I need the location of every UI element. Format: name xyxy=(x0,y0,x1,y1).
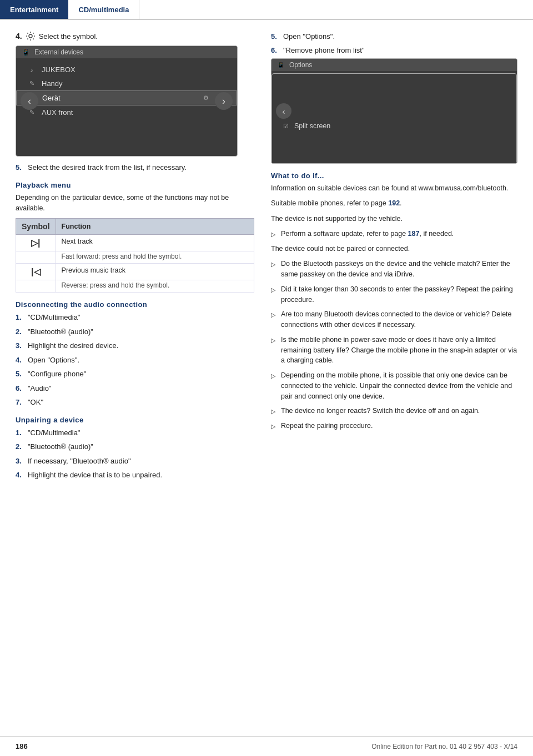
bullet-arrow-4: ▷ xyxy=(271,310,276,330)
bullet-arrow-8: ▷ xyxy=(271,422,276,431)
header: Entertainment CD/multimedia xyxy=(0,0,533,20)
bullet8-text: Repeat the pairing procedure. xyxy=(281,421,373,431)
unpair-step-1: 1. "CD/Multimedia" xyxy=(16,427,254,439)
screen2-nav-left[interactable]: ‹ xyxy=(276,103,291,119)
screen1-gerat-label: Gerät xyxy=(42,94,61,102)
unpair-step-2: 2. "Bluetooth® (audio)" xyxy=(16,441,254,452)
bullet-arrow-7: ▷ xyxy=(271,407,276,416)
bullet7-text: The device no longer reacts? Switch the … xyxy=(281,406,480,416)
tab-cd-multimedia[interactable]: CD/multimedia xyxy=(68,0,139,19)
main-content: 4. Select the symbol. 📱 External devices… xyxy=(0,20,533,495)
bullet1-link[interactable]: 187 xyxy=(408,230,420,238)
step4-number: 4. xyxy=(16,32,22,41)
prev-track-func2: Reverse: press and hold the symbol. xyxy=(56,280,254,293)
disconnect-step7-text: "OK" xyxy=(28,397,254,408)
nav-right-btn[interactable]: › xyxy=(215,92,233,110)
unpair-steps: 1. "CD/Multimedia" 2. "Bluetooth® (audio… xyxy=(16,427,254,481)
what-to-do-heading: What to do if... xyxy=(271,172,517,180)
step5-left-text: Select the desired track from the list, … xyxy=(28,162,254,173)
next-track-func1: Next track xyxy=(56,235,254,251)
disconnect-step5-text: "Configure phone" xyxy=(28,369,254,380)
table-header-function: Function xyxy=(56,219,254,235)
table-row-prev: |◁ Previous music track xyxy=(16,264,254,280)
disconnect-step6-text: "Audio" xyxy=(28,383,254,394)
screen1-titlebar: 📱 External devices xyxy=(16,46,237,58)
step4-line: 4. Select the symbol. xyxy=(16,31,254,41)
disconnect-step-1: 1. "CD/Multimedia" xyxy=(16,312,254,323)
screen2-split-label: Split screen xyxy=(294,122,330,130)
disconnect-step1-text: "CD/Multimedia" xyxy=(28,312,254,323)
disconnect-steps: 1. "CD/Multimedia" 2. "Bluetooth® (audio… xyxy=(16,312,254,408)
para2-link[interactable]: 192 xyxy=(388,199,400,207)
gear-icon xyxy=(26,31,36,41)
unpair-step2-text: "Bluetooth® (audio)" xyxy=(28,441,254,452)
unpair-heading: Unpairing a device xyxy=(16,416,254,424)
prev-track-func1: Previous music track xyxy=(56,264,254,280)
disconnect-step2-text: "Bluetooth® (audio)" xyxy=(28,326,254,337)
prev-track-icon-empty xyxy=(16,280,56,293)
tab-entertainment[interactable]: Entertainment xyxy=(0,0,68,19)
bullet2-text: Do the Bluetooth passkeys on the device … xyxy=(281,259,517,280)
screen1-aux-label: AUX front xyxy=(42,108,73,117)
screen2-menu: ☑ Split screen Close control display Ger… xyxy=(271,71,517,164)
bullet6-text: Depending on the mobile phone, it is pos… xyxy=(281,370,517,401)
next-track-icon: ▷| xyxy=(16,235,56,251)
disconnect-step-7: 7. "OK" xyxy=(16,397,254,408)
playback-menu-heading: Playback menu xyxy=(16,181,254,189)
step5-right: 5. Open "Options". xyxy=(271,31,517,42)
table-row-next: ▷| Next track xyxy=(16,235,254,251)
screen1-item-gerat: ✔ Gerät ⚙ xyxy=(16,90,237,105)
disconnect-step-5: 5. "Configure phone" xyxy=(16,369,254,380)
step5-right-text: Open "Options". xyxy=(283,31,335,42)
screen1-handy-label: Handy xyxy=(42,79,63,88)
screen1-title-icon: 📱 xyxy=(22,48,30,56)
bullet-item-5: ▷ Is the mobile phone in power-save mode… xyxy=(271,335,517,366)
screen1-item-jukebox: ♪ JUKEBOX xyxy=(16,63,237,77)
bullet-arrow-6: ▷ xyxy=(271,371,276,401)
bullet4-text: Are too many Bluetooth devices connected… xyxy=(281,309,517,330)
function-table: Symbol Function ▷| Next track Fast forwa… xyxy=(16,218,254,293)
screen1-menu: ♪ JUKEBOX ✎ Handy ✔ Gerät ⚙ ✎ AUX front xyxy=(16,58,237,124)
disconnect-step-6: 6. "Audio" xyxy=(16,383,254,394)
music-icon: ♪ xyxy=(27,67,36,73)
svg-point-0 xyxy=(29,34,32,38)
screen2-title-icon: 📱 xyxy=(277,62,285,69)
disconnect-step1-num: 1. xyxy=(16,312,28,323)
bullet-item-6: ▷ Depending on the mobile phone, it is p… xyxy=(271,370,517,401)
right-column: 5. Open "Options". 6. "Remove phone from… xyxy=(271,31,517,484)
bullet-item-8: ▷ Repeat the pairing procedure. xyxy=(271,421,517,431)
bullet-arrow-1: ▷ xyxy=(271,230,276,239)
nav-left-btn[interactable]: ‹ xyxy=(21,92,38,110)
disconnect-step7-num: 7. xyxy=(16,397,28,408)
next-track-func2: Fast forward: press and hold the symbol. xyxy=(56,251,254,264)
left-column: 4. Select the symbol. 📱 External devices… xyxy=(16,31,254,484)
disconnect-step4-text: Open "Options". xyxy=(28,355,254,366)
screen1-gerat-gear: ⚙ xyxy=(203,94,209,102)
unpair-step1-text: "CD/Multimedia" xyxy=(28,427,254,439)
what-todo-para2: Suitable mobile phones, refer to page 19… xyxy=(271,198,517,209)
table-row-next-sub: Fast forward: press and hold the symbol. xyxy=(16,251,254,264)
unpair-step3-num: 3. xyxy=(16,456,28,467)
step4-text: Select the symbol. xyxy=(39,32,98,41)
disconnect-step5-num: 5. xyxy=(16,369,28,380)
screen2-image: 📱 Options ☑ Split screen Close control d… xyxy=(271,58,517,164)
step6-right-text: "Remove phone from list" xyxy=(283,45,365,56)
bullet1-text: Perform a software update, refer to page… xyxy=(281,229,454,239)
unpair-step3-text: If necessary, "Bluetooth® audio" xyxy=(28,456,254,467)
disconnect-heading: Disconnecting the audio connection xyxy=(16,300,254,309)
footer-copy: Online Edition for Part no. 01 40 2 957 … xyxy=(371,743,517,750)
table-row-prev-sub: Reverse: press and hold the symbol. xyxy=(16,280,254,293)
screen1-image: 📱 External devices ♪ JUKEBOX ✎ Handy ✔ G… xyxy=(16,46,238,157)
screen1-item-handy: ✎ Handy xyxy=(16,77,237,90)
bullet-item-2: ▷ Do the Bluetooth passkeys on the devic… xyxy=(271,259,517,280)
unpair-step-4: 4. Highlight the device that is to be un… xyxy=(16,470,254,481)
para2-text: Suitable mobile phones, refer to page xyxy=(271,199,388,207)
disconnect-step-4: 4. Open "Options". xyxy=(16,355,254,366)
bullet5-text: Is the mobile phone in power-save mode o… xyxy=(281,335,517,366)
unpair-step4-num: 4. xyxy=(16,470,28,481)
disconnect-step-3: 3. Highlight the desired device. xyxy=(16,340,254,351)
step6-right-number: 6. xyxy=(271,45,283,56)
screen1-item-aux: ✎ AUX front xyxy=(16,105,237,119)
disconnect-step4-num: 4. xyxy=(16,355,28,366)
bullet-item-1: ▷ Perform a software update, refer to pa… xyxy=(271,229,517,239)
